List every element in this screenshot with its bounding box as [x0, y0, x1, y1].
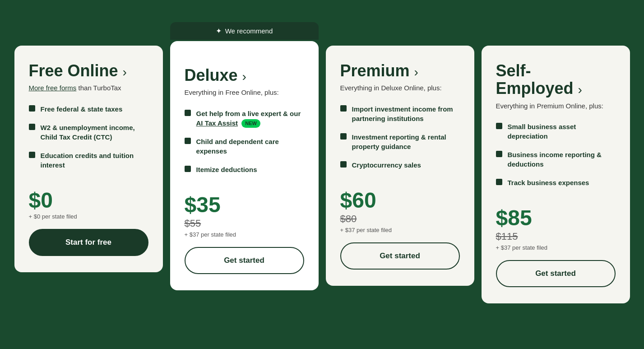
state-price: + $37 per state filed	[340, 227, 460, 233]
bullet-icon	[496, 123, 502, 129]
title-arrow: ›	[123, 65, 127, 79]
title-arrow: ›	[414, 65, 418, 79]
plans-container: Free Online ›More free forms than TurboT…	[11, 46, 634, 304]
pricing-section: $35$55+ $37 per state filedGet started	[185, 194, 304, 274]
pricing-section: $60$80+ $37 per state filedGet started	[340, 190, 460, 270]
badge-icon: ✦	[216, 27, 222, 35]
feature-item: Track business expenses	[496, 178, 616, 187]
feature-item: W2 & unemployment income, Child Tax Cred…	[29, 123, 148, 142]
recommend-label: We recommend	[225, 27, 273, 35]
plan-card-free: Free Online ›More free forms than TurboT…	[14, 46, 163, 272]
cta-button-deluxe[interactable]: Get started	[185, 247, 304, 274]
original-price: $80	[340, 213, 460, 225]
original-price: $55	[185, 218, 304, 229]
plan-card-premium: Premium ›Everything in Deluxe Online, pl…	[326, 46, 474, 286]
features-list: Small business asset depreciation Busine…	[496, 122, 616, 196]
feature-item: Child and dependent care expenses	[185, 137, 304, 156]
subtitle-link[interactable]: More free forms	[29, 84, 77, 92]
cta-button-self-employed[interactable]: Get started	[496, 260, 616, 287]
state-price: + $37 per state filed	[185, 231, 304, 238]
feature-text: Business income reporting & deductions	[508, 150, 616, 169]
feature-text: Track business expenses	[508, 178, 616, 187]
feature-text: Investment reporting & rental property g…	[352, 132, 460, 151]
bullet-icon	[185, 110, 191, 116]
bullet-icon	[29, 105, 35, 112]
bullet-icon	[340, 133, 347, 140]
feature-item: Import investment income from partnering…	[340, 104, 460, 123]
current-price: $85	[496, 207, 616, 229]
feature-item: Free federal & state taxes	[29, 104, 148, 114]
bullet-icon	[185, 166, 191, 172]
feature-text: Cryptocurrency sales	[352, 160, 460, 170]
features-list: Import investment income from partnering…	[340, 104, 460, 179]
features-list: Free federal & state taxes W2 & unemploy…	[29, 104, 148, 179]
feature-text: Child and dependent care expenses	[196, 137, 304, 156]
feature-item: Business income reporting & deductions	[496, 150, 616, 169]
plan-title: Premium ›	[340, 62, 460, 80]
feature-item: Cryptocurrency sales	[340, 160, 460, 170]
current-price: $60	[340, 190, 460, 211]
plan-card-deluxe: ✦ We recommend Deluxe ›Everything in Fre…	[170, 41, 319, 291]
feature-item: Small business asset depreciation	[496, 122, 616, 141]
bullet-icon	[496, 151, 502, 157]
bullet-icon	[340, 161, 347, 168]
pricing-section: $85$115+ $37 per state filedGet started	[496, 207, 616, 287]
new-badge: NEW	[241, 119, 260, 128]
feature-item: Investment reporting & rental property g…	[340, 132, 460, 151]
feature-item: Education credits and tuition interest	[29, 151, 148, 170]
title-arrow: ›	[578, 83, 582, 97]
feature-item: Itemize deductions	[185, 165, 304, 174]
recommend-badge: ✦ We recommend	[170, 22, 319, 40]
cta-button-free[interactable]: Start for free	[29, 229, 148, 256]
feature-text: Small business asset depreciation	[508, 122, 616, 141]
plan-card-self-employed: Self-Employed ›Everything in Premium Onl…	[482, 46, 630, 304]
plan-title: Deluxe ›	[185, 66, 304, 84]
feature-text: Education credits and tuition interest	[41, 151, 148, 170]
plan-subtitle: Everything in Free Online, plus:	[185, 88, 304, 98]
plan-subtitle: Everything in Deluxe Online, plus:	[340, 83, 460, 93]
bullet-icon	[496, 179, 502, 185]
bullet-icon	[29, 124, 35, 130]
bullet-icon	[340, 105, 347, 112]
plan-title: Self-Employed ›	[496, 62, 616, 98]
ai-tax-assist-link[interactable]: AI Tax Assist	[196, 119, 238, 127]
feature-text: Free federal & state taxes	[41, 104, 148, 114]
features-list: Get help from a live expert & our AI Tax…	[185, 109, 304, 184]
bullet-icon	[185, 138, 191, 144]
plan-subtitle: Everything in Premium Online, plus:	[496, 101, 616, 112]
feature-text: Itemize deductions	[196, 165, 304, 174]
feature-text: W2 & unemployment income, Child Tax Cred…	[41, 123, 148, 142]
original-price: $115	[496, 231, 616, 242]
cta-button-premium[interactable]: Get started	[340, 242, 460, 270]
bullet-icon	[29, 152, 35, 158]
feature-item: Get help from a live expert & our AI Tax…	[185, 109, 304, 128]
title-arrow: ›	[242, 70, 246, 84]
plan-title: Free Online ›	[29, 62, 148, 80]
plan-subtitle: More free forms than TurboTax	[29, 83, 148, 93]
feature-text: Get help from a live expert & our AI Tax…	[196, 109, 304, 128]
state-price: + $37 per state filed	[496, 244, 616, 251]
state-price: + $0 per state filed	[29, 213, 148, 220]
current-price: $35	[185, 194, 304, 216]
feature-text: Import investment income from partnering…	[352, 104, 460, 123]
pricing-section: $0+ $0 per state filedStart for free	[29, 190, 148, 256]
current-price: $0	[29, 190, 148, 211]
